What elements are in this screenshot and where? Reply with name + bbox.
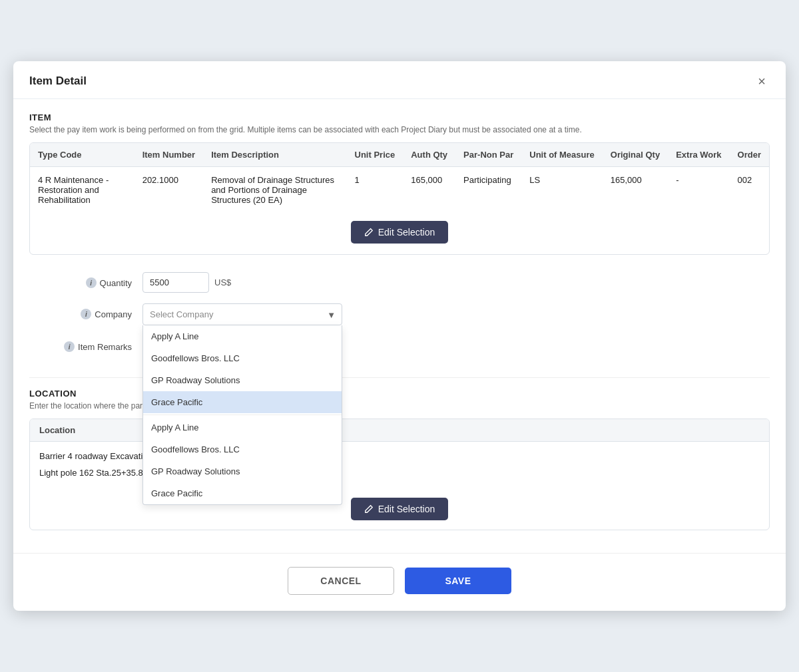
location-grid-header: Location (30, 419, 769, 442)
currency-label: US$ (214, 277, 231, 287)
item-section-title: ITEM (29, 112, 770, 122)
location-edit-selection-button[interactable]: Edit Selection (351, 498, 449, 520)
item-remarks-label: Item Remarks (78, 342, 132, 352)
cell-type-code: 4 R Maintenance - Restoration and Rehabi… (30, 167, 134, 214)
location-edit-row: Edit Selection (30, 491, 769, 530)
item-remarks-row: i Item Remarks (29, 336, 770, 352)
cell-unit-of-measure: LS (521, 167, 603, 214)
company-dropdown[interactable]: Select Company ▼ (142, 303, 342, 325)
col-original-qty: Original Qty (603, 143, 668, 167)
dropdown-item-apply-a-line-1[interactable]: Apply A Line (143, 325, 342, 347)
item-detail-modal: Item Detail × ITEM Select the pay item w… (13, 61, 786, 611)
item-table: Type Code Item Number Item Description U… (30, 143, 769, 213)
col-item-number: Item Number (134, 143, 203, 167)
cell-item-number: 202.1000 (134, 167, 203, 214)
quantity-input[interactable] (142, 272, 209, 293)
dropdown-item-gp-roadway-1[interactable]: GP Roadway Solutions (143, 369, 342, 391)
dropdown-divider (143, 415, 342, 415)
col-unit-price: Unit Price (347, 143, 403, 167)
col-type-code: Type Code (30, 143, 134, 167)
item-section-description: Select the pay item work is being perfor… (29, 125, 770, 134)
company-row: i Company Select Company ▼ Apply A Line … (29, 303, 770, 325)
location-section-title: LOCATION (29, 389, 770, 399)
cancel-button[interactable]: CANCEL (288, 567, 394, 595)
company-placeholder: Select Company (150, 309, 213, 319)
cell-original-qty: 165,000 (603, 167, 668, 214)
cell-auth-qty: 165,000 (403, 167, 455, 214)
modal-title: Item Detail (29, 75, 87, 88)
dropdown-item-goodfellows-1[interactable]: Goodfellows Bros. LLC (143, 347, 342, 369)
col-auth-qty: Auth Qty (403, 143, 455, 167)
modal-body: ITEM Select the pay item work is being p… (13, 99, 786, 546)
col-item-description: Item Description (203, 143, 346, 167)
location-grid-body: Barrier 4 roadway Excavation Light pole … (30, 442, 769, 491)
location-grid: Location Barrier 4 roadway Excavation Li… (29, 419, 770, 530)
item-section: ITEM Select the pay item work is being p… (29, 112, 770, 255)
table-header-row: Type Code Item Number Item Description U… (30, 143, 769, 167)
cell-order: 002 (730, 167, 769, 214)
col-extra-work: Extra Work (668, 143, 729, 167)
item-table-container: Type Code Item Number Item Description U… (29, 142, 770, 255)
dropdown-item-gp-roadway-2[interactable]: GP Roadway Solutions (143, 460, 342, 482)
company-dropdown-container: Select Company ▼ Apply A Line Goodfellow… (142, 303, 342, 325)
col-order: Order (730, 143, 769, 167)
remarks-info-icon: i (64, 341, 75, 352)
quantity-label-wrap: i Quantity (29, 272, 142, 288)
col-unit-of-measure: Unit of Measure (521, 143, 603, 167)
chevron-down-icon: ▼ (327, 309, 336, 319)
col-par-non-par: Par-Non Par (455, 143, 521, 167)
modal-footer: CANCEL SAVE (13, 553, 786, 611)
pencil-icon-location (364, 504, 374, 514)
company-label: Company (95, 309, 132, 319)
item-remarks-label-wrap: i Item Remarks (29, 336, 142, 352)
quantity-group: US$ (142, 272, 231, 293)
cell-item-description: Removal of Drainage Structures and Porti… (203, 167, 346, 214)
cell-par-non-par: Participating (455, 167, 521, 214)
cell-extra-work: - (668, 167, 729, 214)
dropdown-item-apply-a-line-2[interactable]: Apply A Line (143, 417, 342, 438)
dropdown-item-grace-pacific-1[interactable]: Grace Pacific (143, 391, 342, 413)
form-section: i Quantity US$ i Company Select Company (29, 265, 770, 373)
item-edit-row: Edit Selection (30, 213, 769, 254)
location-section-description: Enter the location where the particular … (29, 401, 770, 411)
location-section: LOCATION Enter the location where the pa… (29, 377, 770, 530)
quantity-row: i Quantity US$ (29, 272, 770, 293)
dropdown-item-grace-pacific-2[interactable]: Grace Pacific (143, 482, 342, 504)
item-edit-selection-button[interactable]: Edit Selection (351, 221, 449, 244)
quantity-label: Quantity (100, 278, 132, 288)
company-info-icon: i (81, 309, 91, 319)
cell-unit-price: 1 (347, 167, 403, 214)
pencil-icon (364, 228, 374, 237)
save-button[interactable]: SAVE (405, 568, 511, 594)
company-label-wrap: i Company (29, 303, 142, 319)
dropdown-item-goodfellows-2[interactable]: Goodfellows Bros. LLC (143, 438, 342, 460)
table-row: 4 R Maintenance - Restoration and Rehabi… (30, 167, 769, 214)
close-button[interactable]: × (754, 73, 770, 89)
quantity-info-icon: i (86, 277, 97, 288)
company-dropdown-list: Apply A Line Goodfellows Bros. LLC GP Ro… (142, 325, 342, 505)
modal-header: Item Detail × (13, 61, 786, 99)
